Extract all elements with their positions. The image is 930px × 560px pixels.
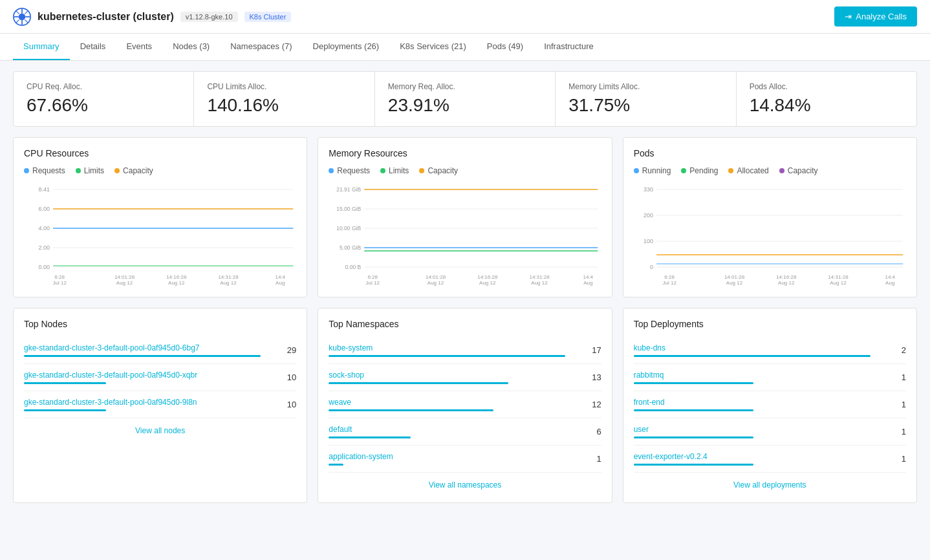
- ns-3-name[interactable]: weave: [329, 398, 578, 407]
- svg-text:14:16:28: 14:16:28: [776, 274, 797, 280]
- metric-mem-req: Memory Req. Alloc. 23.91%: [375, 72, 556, 126]
- metric-cpu-limits: CPU Limits Alloc. 140.16%: [194, 72, 374, 126]
- svg-text:Aug 12: Aug 12: [220, 280, 237, 286]
- allocated-label: Allocated: [737, 166, 768, 175]
- deploy-item-2-content: rabbitmq: [634, 371, 883, 384]
- node-item-3-content: gke-standard-cluster-3-default-pool-0af9…: [24, 398, 273, 411]
- ns-4-name[interactable]: default: [329, 425, 578, 434]
- tab-k8s-services[interactable]: K8s Services (21): [389, 34, 477, 60]
- svg-text:14:4: 14:4: [885, 274, 895, 280]
- top-nodes-title: Top Nodes: [24, 319, 296, 329]
- running-label: Running: [642, 166, 671, 175]
- svg-text:8.41: 8.41: [39, 186, 50, 193]
- charts-row: CPU Resources Requests Limits Capacity: [13, 137, 917, 297]
- svg-text:14:01:28: 14:01:28: [426, 274, 446, 280]
- deploy-1-name[interactable]: kube-dns: [634, 343, 883, 352]
- list-item: application-system 1: [329, 446, 601, 473]
- ns-1-name[interactable]: kube-system: [329, 343, 578, 352]
- tab-namespaces[interactable]: Namespaces (7): [220, 34, 302, 60]
- tab-nodes[interactable]: Nodes (3): [162, 34, 220, 60]
- deploy-2-name[interactable]: rabbitmq: [634, 371, 883, 380]
- metric-mem-limits-value: 31.75%: [568, 95, 722, 116]
- pods-chart-area: 330 200 100 0 6:28 Jul 12 14:01:28 Aug 1…: [634, 183, 906, 286]
- mem-requests-dot: [329, 168, 334, 173]
- pods-capacity-label: Capacity: [788, 166, 818, 175]
- ns-item-1-content: kube-system: [329, 343, 578, 357]
- capacity-dot: [114, 168, 120, 173]
- memory-legend: Requests Limits Capacity: [329, 166, 601, 175]
- view-all-namespaces[interactable]: View all namespaces: [329, 473, 601, 492]
- node-3-bar: [24, 409, 106, 411]
- node-3-name[interactable]: gke-standard-cluster-3-default-pool-0af9…: [24, 398, 273, 407]
- node-item-2-content: gke-standard-cluster-3-default-pool-0af9…: [24, 371, 273, 384]
- requests-dot: [24, 168, 29, 173]
- ns-5-bar: [329, 464, 343, 466]
- svg-text:14:16:28: 14:16:28: [478, 274, 499, 280]
- svg-text:6:28: 6:28: [54, 274, 65, 280]
- tab-pods[interactable]: Pods (49): [477, 34, 534, 60]
- analyze-icon: ⇥: [845, 12, 852, 21]
- svg-text:Aug 12: Aug 12: [726, 280, 742, 286]
- deploy-2-bar: [634, 382, 753, 384]
- ns-1-count: 17: [586, 345, 601, 355]
- tab-deployments[interactable]: Deployments (26): [303, 34, 390, 60]
- svg-text:15.00 GiB: 15.00 GiB: [337, 206, 362, 212]
- ns-2-name[interactable]: sock-shop: [329, 371, 578, 380]
- kubernetes-icon: [13, 8, 31, 26]
- metric-pods-label: Pods Alloc.: [750, 82, 903, 91]
- ns-4-bar: [329, 436, 411, 438]
- node-1-name[interactable]: gke-standard-cluster-3-default-pool-0af9…: [24, 343, 273, 352]
- deploy-5-bar: [634, 464, 753, 466]
- memory-chart-area: 21.91 GiB 15.00 GiB 10.00 GiB 5.00 GiB 0…: [329, 183, 601, 286]
- svg-text:14:31:28: 14:31:28: [828, 274, 849, 280]
- tab-infrastructure[interactable]: Infrastructure: [534, 34, 604, 60]
- list-item: gke-standard-cluster-3-default-pool-0af9…: [24, 364, 296, 391]
- ns-2-count: 13: [586, 372, 601, 382]
- svg-text:Aug 12: Aug 12: [778, 280, 795, 286]
- pending-label: Pending: [689, 166, 718, 175]
- svg-text:Aug 12: Aug 12: [532, 280, 548, 286]
- deploy-1-bar: [634, 355, 871, 357]
- metric-pods: Pods Alloc. 14.84%: [737, 72, 916, 126]
- view-all-nodes[interactable]: View all nodes: [24, 418, 296, 438]
- analyze-btn-label: Analyze Calls: [856, 12, 907, 21]
- deploy-4-name[interactable]: user: [634, 425, 883, 434]
- view-all-deployments[interactable]: View all deployments: [634, 473, 906, 492]
- cpu-chart-svg: 8.41 6.00 4.00 2.00 0.00 6:28 Jul 12 14:…: [24, 183, 296, 286]
- pods-chart-svg: 330 200 100 0 6:28 Jul 12 14:01:28 Aug 1…: [634, 183, 906, 286]
- ns-1-bar: [329, 355, 565, 357]
- list-item: sock-shop 13: [329, 364, 601, 391]
- tab-events[interactable]: Events: [116, 34, 162, 60]
- memory-chart-title: Memory Resources: [329, 148, 601, 158]
- deploy-5-name[interactable]: event-exporter-v0.2.4: [634, 452, 883, 461]
- svg-text:21.91 GiB: 21.91 GiB: [337, 186, 362, 193]
- tab-summary[interactable]: Summary: [13, 34, 70, 60]
- header: kubernetes-cluster (cluster) v1.12.8-gke…: [0, 0, 930, 34]
- metric-cpu-limits-value: 140.16%: [207, 95, 361, 116]
- svg-text:Jul 12: Jul 12: [366, 280, 380, 286]
- deploy-4-count: 1: [891, 427, 906, 436]
- deploy-5-count: 1: [891, 454, 906, 464]
- cpu-chart-area: 8.41 6.00 4.00 2.00 0.00 6:28 Jul 12 14:…: [24, 183, 296, 286]
- list-item: front-end 1: [634, 391, 906, 418]
- ns-item-5-content: application-system: [329, 452, 578, 466]
- cpu-legend-capacity: Capacity: [114, 166, 153, 175]
- svg-text:14:4: 14:4: [275, 274, 285, 280]
- deploy-3-bar: [634, 409, 753, 411]
- capacity-label: Capacity: [123, 166, 153, 175]
- analyze-calls-button[interactable]: ⇥ Analyze Calls: [834, 6, 917, 27]
- node-2-name[interactable]: gke-standard-cluster-3-default-pool-0af9…: [24, 371, 273, 380]
- svg-text:0.00 B: 0.00 B: [345, 264, 362, 270]
- cluster-title: kubernetes-cluster (cluster): [38, 11, 174, 23]
- deploy-3-name[interactable]: front-end: [634, 398, 883, 407]
- pods-legend-allocated: Allocated: [728, 166, 768, 175]
- tab-details[interactable]: Details: [70, 34, 116, 60]
- svg-text:Aug: Aug: [583, 280, 592, 286]
- svg-text:14:01:28: 14:01:28: [114, 274, 135, 280]
- main-content: CPU Req. Alloc. 67.66% CPU Limits Alloc.…: [0, 61, 930, 513]
- memory-chart-card: Memory Resources Requests Limits Capacit…: [318, 137, 612, 297]
- metric-mem-req-label: Memory Req. Alloc.: [388, 82, 542, 91]
- ns-5-name[interactable]: application-system: [329, 452, 578, 461]
- deploy-item-3-content: front-end: [634, 398, 883, 411]
- nav-tabs: Summary Details Events Nodes (3) Namespa…: [0, 34, 930, 61]
